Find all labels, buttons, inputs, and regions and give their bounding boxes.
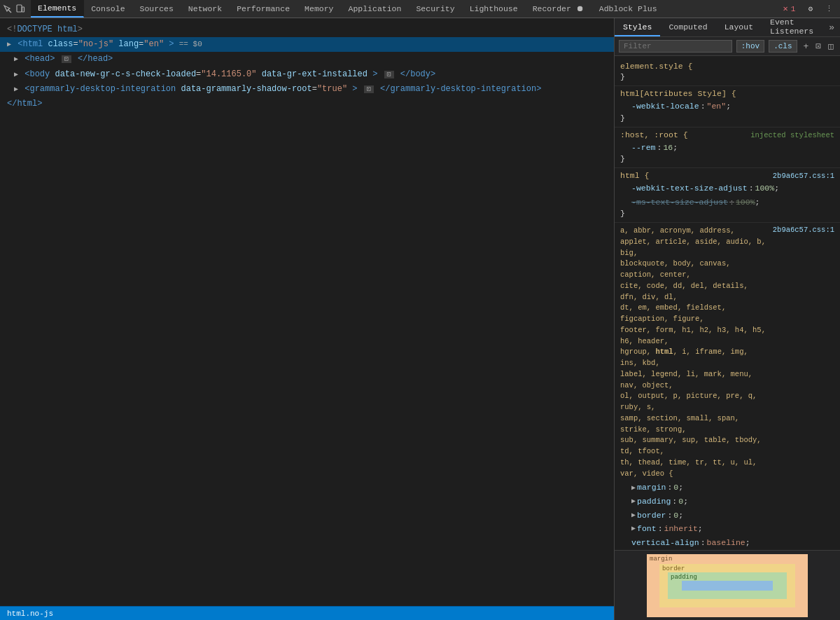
more-options-button[interactable]: ⋮ <box>821 3 837 15</box>
tab-styles[interactable]: Styles <box>615 18 660 36</box>
css-prop-padding[interactable]: ▶ padding : 0 ; <box>620 495 834 509</box>
cls-button[interactable]: .cls <box>769 40 797 53</box>
tab-security[interactable]: Security <box>409 0 462 18</box>
settings-button[interactable]: ⚙ <box>804 3 817 15</box>
tab-computed[interactable]: Computed <box>660 18 715 36</box>
css-prop-margin[interactable]: ▶ margin : 0 ; <box>620 481 834 495</box>
inspect-icon[interactable] <box>3 4 13 14</box>
svg-line-0 <box>8 9 12 13</box>
breadcrumb-text: html.no-js <box>7 609 53 618</box>
tab-elements[interactable]: Elements <box>31 0 84 18</box>
tab-layout[interactable]: Layout <box>716 18 762 36</box>
breadcrumb-bar: html.no-js <box>0 606 614 620</box>
tab-performance[interactable]: Performance <box>230 0 298 18</box>
box-content-layer <box>682 581 773 591</box>
main-layout: <!DOCTYPE html> ▶ <html class="no-js" la… <box>0 18 840 620</box>
css-prop-rem[interactable]: --rem : 16 ; <box>620 141 834 155</box>
toggle-sidebar-icon[interactable]: ◫ <box>826 40 836 53</box>
css-prop-webkit-text-size[interactable]: -webkit-text-size-adjust : 100% ; <box>620 181 834 195</box>
margin-label: margin <box>650 556 672 563</box>
devtools-icons <box>3 4 25 14</box>
styles-filter-bar: :hov .cls + ⊡ ◫ <box>615 37 840 56</box>
tab-bar-end-actions: ✕ 1 ⚙ ⋮ <box>779 2 837 15</box>
css-prop-border[interactable]: ▶ border : 0 ; <box>620 509 834 523</box>
top-tab-bar: Elements Console Sources Network Perform… <box>0 0 840 18</box>
svg-rect-2 <box>22 7 24 12</box>
styles-panel: Styles Computed Layout Event Listeners »… <box>615 18 840 620</box>
css-prop-webkit-locale[interactable]: -webkit-locale : "en" ; <box>620 99 834 113</box>
tab-network[interactable]: Network <box>181 0 230 18</box>
box-model-diagram: margin border padding <box>647 554 808 617</box>
dom-line-html-close[interactable]: </html> <box>0 97 614 111</box>
dom-line-head[interactable]: ▶ <head> ⊡ </head> <box>0 52 614 67</box>
tab-recorder[interactable]: Recorder ⏺ <box>526 0 592 18</box>
styles-filter-input[interactable] <box>619 40 732 53</box>
svg-rect-1 <box>17 5 22 12</box>
css-rule-html-attrs: html[Attributes Style] { -webkit-locale … <box>615 86 840 128</box>
dom-tree[interactable]: <!DOCTYPE html> ▶ <html class="no-js" la… <box>0 18 614 606</box>
css-rule-element-style: element.style { } <box>615 59 840 86</box>
css-rules-area: element.style { } html[Attributes Style]… <box>615 56 840 550</box>
hov-button[interactable]: :hov <box>736 40 764 53</box>
tab-memory[interactable]: Memory <box>298 0 341 18</box>
dom-line-body[interactable]: ▶ <body data-new-gr-c-s-check-loaded="14… <box>0 67 614 82</box>
tab-application[interactable]: Application <box>342 0 410 18</box>
css-rule-host-root: :host, :root { injected stylesheet --rem… <box>615 128 840 169</box>
css-prop-ms-text-size[interactable]: -ms-text-size-adjust : 100% ; <box>620 195 834 209</box>
css-rule-html-1: html { 2b9a6c57.css:1 -webkit-text-size-… <box>615 168 840 223</box>
elements-panel: <!DOCTYPE html> ▶ <html class="no-js" la… <box>0 18 615 620</box>
tab-adblock[interactable]: Adblock Plus <box>592 0 665 18</box>
device-icon[interactable] <box>15 4 25 14</box>
error-count-badge[interactable]: ✕ 1 <box>779 2 800 15</box>
copy-styles-icon[interactable]: ⊡ <box>813 40 823 53</box>
add-style-icon[interactable]: + <box>802 41 811 53</box>
css-prop-font[interactable]: ▶ font : inherit ; <box>620 522 834 536</box>
dom-line-html[interactable]: ▶ <html class="no-js" lang="en" > == $0 <box>0 37 614 52</box>
box-model-area: margin border padding <box>615 550 840 620</box>
dom-line-grammarly[interactable]: ▶ <grammarly-desktop-integration data-gr… <box>0 82 614 97</box>
filter-icons: + ⊡ ◫ <box>802 40 836 53</box>
tab-sources[interactable]: Sources <box>133 0 181 18</box>
styles-tabs: Styles Computed Layout Event Listeners » <box>615 18 840 37</box>
styles-tab-more[interactable]: » <box>823 22 840 33</box>
tab-console[interactable]: Console <box>84 0 132 18</box>
tab-lighthouse[interactable]: Lighthouse <box>463 0 526 18</box>
css-rule-reset: a, abbr, acronym, address, applet, artic… <box>615 223 840 550</box>
tab-event-listeners[interactable]: Event Listeners <box>762 18 823 36</box>
css-prop-vertical-align[interactable]: vertical-align : baseline ; <box>620 536 834 550</box>
dom-line-doctype[interactable]: <!DOCTYPE html> <box>0 22 614 37</box>
